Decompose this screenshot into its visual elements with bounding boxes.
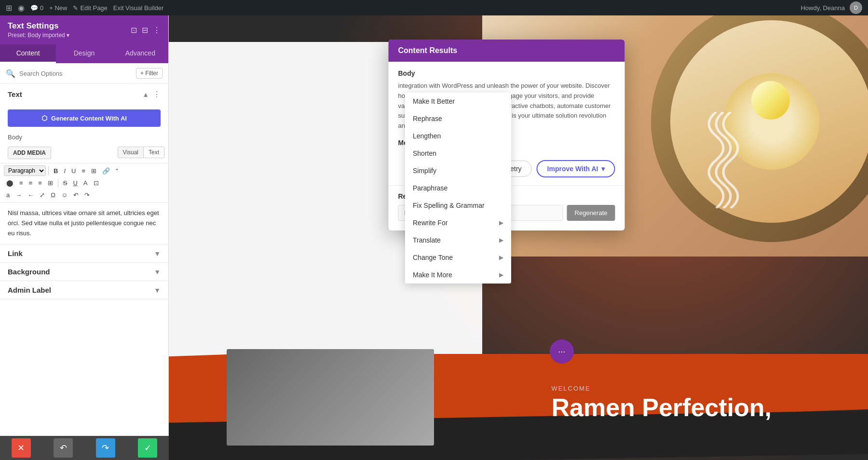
make-it-more-arrow-icon: ▶: [499, 271, 503, 278]
underline2-button[interactable]: U: [70, 178, 80, 188]
tab-advanced[interactable]: Advanced: [112, 44, 168, 63]
bottom-thumbnail: [227, 349, 434, 446]
improve-with-ai-button[interactable]: Improve With AI ▾: [537, 160, 615, 177]
filter-label: + Filter: [140, 70, 158, 77]
screen-icon[interactable]: ⊡: [131, 26, 137, 35]
text-section: Text ▲ ⋮ ⬡ Generate Content With AI Body…: [0, 84, 168, 244]
admin-label-title: Admin Label: [8, 286, 51, 294]
italic-button[interactable]: I: [61, 166, 68, 176]
dropdown-item-change-tone[interactable]: Change Tone ▶: [405, 249, 511, 266]
dropdown-item-make-it-better[interactable]: Make It Better: [405, 93, 511, 110]
exit-builder-label: Exit Visual Builder: [113, 4, 164, 12]
sub-button[interactable]: a: [4, 190, 12, 200]
table-button[interactable]: ⊞: [45, 178, 55, 188]
align-justify-button[interactable]: ≡: [36, 178, 44, 188]
dropdown-item-fix-spelling[interactable]: Fix Spelling & Grammar: [405, 197, 511, 214]
dropdown-item-simplify[interactable]: Simplify: [405, 162, 511, 179]
dropdown-item-make-it-more[interactable]: Make It More ▶: [405, 266, 511, 284]
search-input[interactable]: [19, 70, 132, 77]
visual-tab[interactable]: Visual: [118, 147, 144, 158]
indent-button[interactable]: →: [13, 190, 24, 200]
background-section-title: Background: [8, 268, 50, 276]
add-media-button[interactable]: ADD MEDIA: [8, 147, 51, 159]
dropdown-item-rewrite-for[interactable]: Rewrite For ▶: [405, 214, 511, 231]
dropdown-label-paraphrase: Paraphrase: [413, 184, 448, 192]
underline-button[interactable]: U: [69, 166, 78, 176]
dropdown-label-rephrase: Rephrase: [413, 115, 442, 122]
redo-bottom-icon: ↷: [102, 443, 109, 453]
wordpress-icon[interactable]: ⊞: [6, 3, 12, 13]
text-tab[interactable]: Text: [144, 147, 164, 158]
admin-bar-left: ⊞ ◉ 💬 0 + New ✎ Edit Page Exit Visual Bu…: [6, 3, 793, 13]
improve-arrow-icon: ▾: [601, 165, 605, 173]
text-chevron-up-icon: ▲: [142, 91, 149, 98]
undo-bottom-button[interactable]: ↶: [54, 438, 73, 458]
fullscreen-button[interactable]: ⤢: [37, 190, 47, 200]
exit-builder-link[interactable]: Exit Visual Builder: [113, 4, 164, 12]
admin-label-chevron-icon: ▼: [154, 286, 161, 294]
align-left-button[interactable]: ⬤: [4, 178, 16, 188]
text-color-button[interactable]: A: [81, 178, 90, 188]
dropdown-item-lengthen[interactable]: Lengthen: [405, 127, 511, 145]
blockquote-button[interactable]: ": [113, 166, 121, 176]
admin-label-section[interactable]: Admin Label ▼: [0, 281, 168, 299]
filter-button[interactable]: + Filter: [136, 68, 163, 79]
dropdown-item-rephrase[interactable]: Rephrase: [405, 110, 511, 127]
outdent-button[interactable]: ←: [25, 190, 36, 200]
change-tone-arrow-icon: ▶: [499, 254, 503, 261]
dropdown-item-shorten[interactable]: Shorten: [405, 145, 511, 162]
improve-dropdown-menu: Make It Better Rephrase Lengthen Shorten…: [405, 93, 511, 284]
dropdown-item-translate[interactable]: Translate ▶: [405, 231, 511, 249]
omega-button[interactable]: Ω: [48, 190, 58, 200]
avatar[interactable]: D: [850, 1, 862, 14]
wavy-decoration: [704, 112, 743, 210]
more-icon[interactable]: ⋮: [153, 26, 161, 35]
toolbar-row-2: ⬤ ≡ ≡ ≡ ⊞ S U A ⊡: [4, 178, 164, 188]
paragraph-select[interactable]: Paragraph: [4, 165, 46, 176]
edit-page-link[interactable]: ✎ Edit Page: [73, 4, 107, 12]
editor-content[interactable]: Nisl massa, ultrices vitae ornare sit am…: [0, 203, 168, 244]
link-button[interactable]: 🔗: [100, 166, 112, 176]
emoji-button[interactable]: ☺: [59, 190, 70, 200]
new-link[interactable]: + New: [49, 4, 67, 12]
tab-design[interactable]: Design: [56, 44, 112, 63]
comments-link[interactable]: 💬 0: [30, 4, 43, 12]
ai-icon: ⬡: [41, 114, 47, 122]
divi-icon[interactable]: ◉: [18, 3, 25, 13]
dropdown-label-lengthen: Lengthen: [413, 132, 441, 140]
align-center-button[interactable]: ≡: [17, 178, 26, 188]
undo-button[interactable]: ↶: [71, 190, 81, 200]
undo-bottom-icon: ↶: [60, 443, 67, 453]
layout-icon[interactable]: ⊟: [142, 26, 148, 35]
close-bottom-button[interactable]: ✕: [12, 438, 31, 458]
dropdown-label-shorten: Shorten: [413, 149, 436, 157]
rewrite-for-arrow-icon: ▶: [499, 219, 503, 226]
background-section[interactable]: Background ▼: [0, 263, 168, 281]
unordered-list-button[interactable]: ≡: [79, 166, 88, 176]
text-more-icon[interactable]: ⋮: [153, 90, 161, 99]
tab-content[interactable]: Content: [0, 44, 56, 63]
welcome-section: WELCOME Ramen Perfection,: [551, 385, 772, 421]
redo-button[interactable]: ↷: [82, 190, 92, 200]
save-bottom-button[interactable]: ✓: [138, 438, 157, 458]
chat-bubble-button[interactable]: ···: [550, 339, 574, 364]
sidebar-preset[interactable]: Preset: Body imported ▾: [8, 32, 69, 39]
generate-ai-label: Generate Content With AI: [51, 115, 127, 122]
redo-bottom-button[interactable]: ↷: [96, 438, 115, 458]
bold-button[interactable]: B: [51, 166, 60, 176]
dropdown-item-paraphrase[interactable]: Paraphrase: [405, 179, 511, 197]
editor-toolbar: Paragraph B I U ≡ ⊞ 🔗 " ⬤ ≡ ≡ ≡ ⊞: [0, 163, 168, 203]
link-chevron-icon: ▼: [154, 250, 161, 257]
paste-button[interactable]: ⊡: [91, 178, 101, 188]
text-section-header[interactable]: Text ▲ ⋮: [0, 84, 168, 105]
align-right-button[interactable]: ≡: [27, 178, 35, 188]
chat-bubble-icon: ···: [558, 347, 565, 357]
link-section[interactable]: Link ▼: [0, 244, 168, 263]
ordered-list-button[interactable]: ⊞: [89, 166, 99, 176]
generate-ai-button[interactable]: ⬡ Generate Content With AI: [8, 109, 161, 127]
regenerate-button[interactable]: Regenerate: [567, 205, 615, 221]
howdy-text: Howdy, Deanna: [800, 4, 845, 12]
dropdown-label-change-tone: Change Tone: [413, 254, 453, 261]
sidebar: Text Settings Preset: Body imported ▾ ⊡ …: [0, 15, 169, 460]
strikethrough-button[interactable]: S: [61, 178, 70, 188]
